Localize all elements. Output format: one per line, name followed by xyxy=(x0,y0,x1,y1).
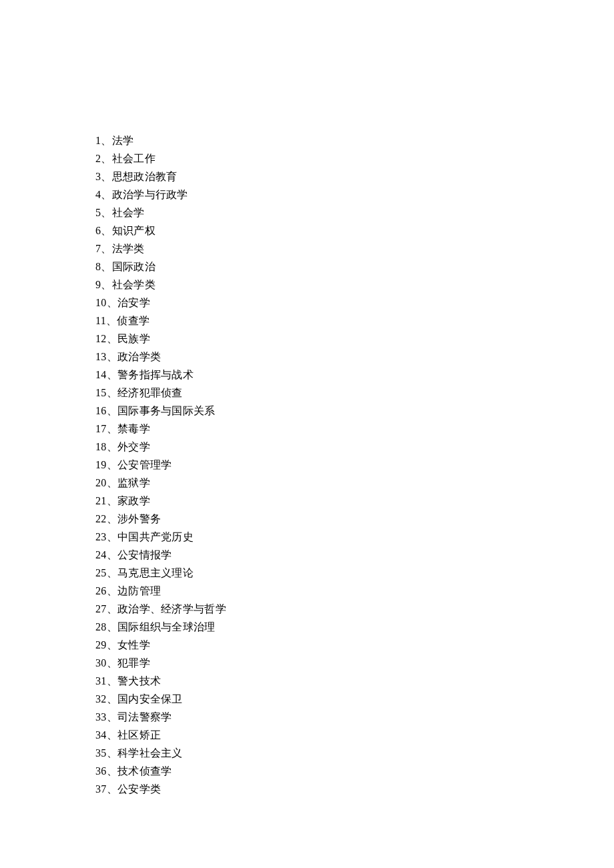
list-item: 8、国际政治 xyxy=(95,258,614,276)
list-item: 1、法学 xyxy=(95,131,614,149)
list-item: 11、侦查学 xyxy=(95,312,614,330)
item-label: 国际组织与全球治理 xyxy=(117,621,216,632)
item-number: 32 xyxy=(95,693,107,705)
item-label: 公安管理学 xyxy=(117,459,172,470)
list-item: 37、公安学类 xyxy=(95,780,614,798)
item-number: 10 xyxy=(95,297,107,308)
item-number: 11 xyxy=(95,315,106,326)
document-page: 1、法学2、社会工作3、思想政治教育4、政治学与行政学5、社会学6、知识产权7、… xyxy=(0,0,614,798)
item-number: 25 xyxy=(95,567,107,578)
list-item: 30、犯罪学 xyxy=(95,654,614,672)
item-separator: 、 xyxy=(107,729,117,741)
item-separator: 、 xyxy=(107,585,117,596)
item-separator: 、 xyxy=(107,675,117,687)
list-item: 36、技术侦查学 xyxy=(95,762,614,780)
item-label: 政治学类 xyxy=(117,351,161,362)
item-label: 边防管理 xyxy=(117,585,161,596)
item-number: 17 xyxy=(95,423,107,434)
item-separator: 、 xyxy=(107,297,117,308)
item-number: 23 xyxy=(95,531,107,542)
item-label: 公安学类 xyxy=(117,783,161,795)
item-label: 禁毒学 xyxy=(117,423,150,434)
item-separator: 、 xyxy=(107,621,117,632)
item-number: 22 xyxy=(95,513,107,524)
item-number: 37 xyxy=(95,783,107,795)
item-separator: 、 xyxy=(107,549,117,560)
list-item: 7、法学类 xyxy=(95,240,614,258)
list-item: 23、中国共产党历史 xyxy=(95,528,614,546)
list-item: 12、民族学 xyxy=(95,330,614,348)
item-label: 社会工作 xyxy=(112,153,156,164)
item-separator: 、 xyxy=(107,783,117,795)
item-label: 政治学与行政学 xyxy=(112,189,188,200)
item-separator: 、 xyxy=(101,261,111,272)
list-item: 4、政治学与行政学 xyxy=(95,185,614,203)
item-number: 21 xyxy=(95,495,107,506)
item-number: 26 xyxy=(95,585,107,596)
item-label: 经济犯罪侦查 xyxy=(117,387,183,398)
item-separator: 、 xyxy=(107,693,117,705)
item-separator: 、 xyxy=(101,135,111,146)
item-separator: 、 xyxy=(107,369,117,380)
item-separator: 、 xyxy=(101,279,111,290)
list-item: 33、司法警察学 xyxy=(95,708,614,726)
item-label: 法学 xyxy=(112,135,134,146)
item-separator: 、 xyxy=(107,639,117,650)
item-separator: 、 xyxy=(101,225,111,236)
list-item: 14、警务指挥与战术 xyxy=(95,366,614,384)
item-separator: 、 xyxy=(107,711,117,723)
item-separator: 、 xyxy=(107,495,117,506)
item-label: 犯罪学 xyxy=(117,657,150,669)
list-item: 9、社会学类 xyxy=(95,276,614,294)
item-separator: 、 xyxy=(107,405,117,416)
item-separator: 、 xyxy=(101,153,111,164)
item-number: 30 xyxy=(95,657,107,669)
item-number: 33 xyxy=(95,711,107,723)
item-separator: 、 xyxy=(107,387,117,398)
item-separator: 、 xyxy=(107,657,117,669)
major-list: 1、法学2、社会工作3、思想政治教育4、政治学与行政学5、社会学6、知识产权7、… xyxy=(95,131,614,798)
item-label: 国内安全保卫 xyxy=(117,693,183,705)
item-number: 27 xyxy=(95,603,107,614)
item-number: 12 xyxy=(95,333,107,344)
item-label: 监狱学 xyxy=(117,477,150,488)
item-label: 治安学 xyxy=(117,297,150,308)
item-label: 社区矫正 xyxy=(117,729,161,741)
item-label: 侦查学 xyxy=(117,315,149,326)
item-label: 涉外警务 xyxy=(117,513,161,524)
item-separator: 、 xyxy=(107,333,117,344)
item-separator: 、 xyxy=(107,441,117,452)
item-number: 15 xyxy=(95,387,107,398)
item-separator: 、 xyxy=(107,765,117,777)
list-item: 35、科学社会主义 xyxy=(95,744,614,762)
item-label: 公安情报学 xyxy=(117,549,172,560)
list-item: 22、涉外警务 xyxy=(95,510,614,528)
item-separator: 、 xyxy=(107,423,117,434)
item-separator: 、 xyxy=(107,747,117,759)
item-label: 外交学 xyxy=(117,441,150,452)
item-label: 马克思主义理论 xyxy=(117,567,194,578)
item-number: 18 xyxy=(95,441,107,452)
item-separator: 、 xyxy=(101,189,111,200)
list-item: 27、政治学、经济学与哲学 xyxy=(95,600,614,618)
item-label: 社会学 xyxy=(112,207,145,218)
item-number: 28 xyxy=(95,621,107,632)
item-number: 14 xyxy=(95,369,107,380)
item-label: 知识产权 xyxy=(112,225,156,236)
item-separator: 、 xyxy=(107,459,117,470)
list-item: 19、公安管理学 xyxy=(95,456,614,474)
item-separator: 、 xyxy=(107,531,117,542)
item-separator: 、 xyxy=(107,603,117,614)
list-item: 28、国际组织与全球治理 xyxy=(95,618,614,636)
item-label: 国际政治 xyxy=(112,261,156,272)
list-item: 20、监狱学 xyxy=(95,474,614,492)
list-item: 31、警犬技术 xyxy=(95,672,614,690)
item-label: 民族学 xyxy=(117,333,150,344)
list-item: 16、国际事务与国际关系 xyxy=(95,402,614,420)
item-label: 政治学、经济学与哲学 xyxy=(117,603,226,614)
list-item: 24、公安情报学 xyxy=(95,546,614,564)
item-separator: 、 xyxy=(107,477,117,488)
list-item: 3、思想政治教育 xyxy=(95,167,614,185)
list-item: 32、国内安全保卫 xyxy=(95,690,614,708)
item-number: 35 xyxy=(95,747,107,759)
